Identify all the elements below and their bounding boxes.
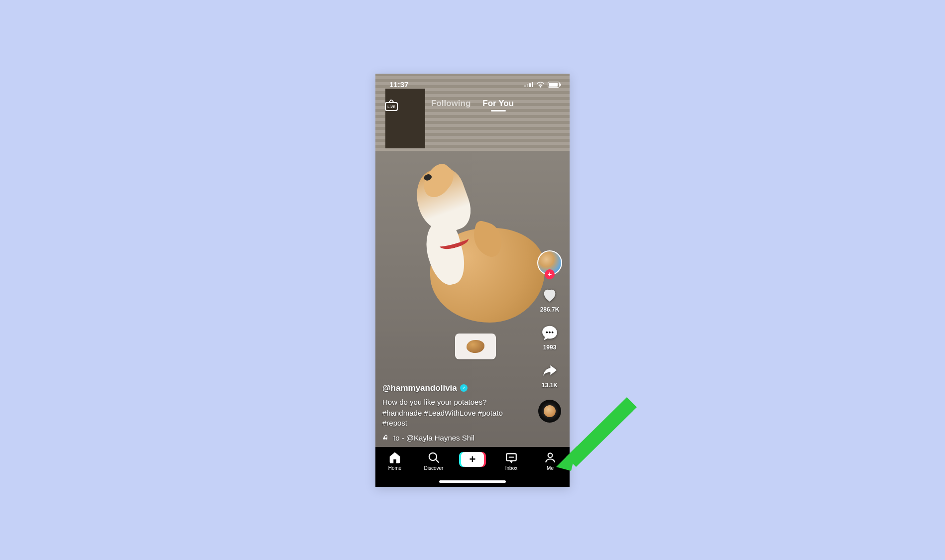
tab-inbox-label: Inbox bbox=[505, 465, 517, 471]
action-rail: + 286.7K 1993 13.1K bbox=[535, 250, 565, 423]
cellular-icon bbox=[524, 82, 533, 87]
tab-inbox[interactable]: Inbox bbox=[495, 451, 527, 471]
comment-button[interactable]: 1993 bbox=[541, 324, 559, 351]
tab-home[interactable]: Home bbox=[379, 451, 411, 471]
share-button[interactable]: 13.1K bbox=[541, 362, 559, 389]
status-bar: 11:37 bbox=[375, 74, 570, 96]
status-time: 11:37 bbox=[389, 80, 408, 89]
comment-icon bbox=[541, 324, 559, 342]
inbox-icon bbox=[504, 451, 518, 464]
tab-discover[interactable]: Discover bbox=[418, 451, 450, 471]
comment-count: 1993 bbox=[543, 344, 557, 351]
like-count: 286.7K bbox=[540, 306, 560, 313]
profile-icon bbox=[543, 451, 557, 464]
svg-point-2 bbox=[549, 331, 551, 333]
tab-me-label: Me bbox=[547, 465, 554, 471]
create-button[interactable]: + bbox=[461, 452, 484, 467]
like-button[interactable]: 286.7K bbox=[540, 286, 560, 313]
username: @hammyandolivia bbox=[382, 383, 457, 393]
svg-point-8 bbox=[548, 453, 553, 457]
hashtags-line2[interactable]: #repost bbox=[382, 418, 525, 428]
heart-icon bbox=[541, 286, 559, 304]
sound-title: to - @Kayla Haynes Shil bbox=[393, 434, 474, 442]
phone-frame: 11:37 LIVE Following For You + 286.7K bbox=[375, 74, 570, 487]
username-row[interactable]: @hammyandolivia bbox=[382, 383, 525, 393]
svg-point-3 bbox=[552, 331, 554, 333]
tab-following[interactable]: Following bbox=[431, 99, 471, 112]
creator-avatar[interactable]: + bbox=[537, 250, 562, 275]
video-meta: @hammyandolivia How do you like your pot… bbox=[382, 383, 525, 442]
svg-point-1 bbox=[546, 331, 548, 333]
bottom-tab-bar: Home Discover + Inbox Me bbox=[375, 447, 570, 487]
plus-icon: + bbox=[470, 454, 476, 465]
top-nav: LIVE Following For You bbox=[375, 99, 570, 112]
tab-discover-label: Discover bbox=[424, 465, 444, 471]
tab-for-you[interactable]: For You bbox=[482, 99, 514, 112]
hashtags-line[interactable]: #handmade #LeadWithLove #potato bbox=[382, 408, 525, 418]
follow-plus-icon[interactable]: + bbox=[545, 269, 555, 279]
tab-home-label: Home bbox=[388, 465, 402, 471]
tab-create[interactable]: + bbox=[457, 451, 488, 467]
wifi-icon bbox=[536, 82, 545, 88]
share-count: 13.1K bbox=[542, 382, 558, 389]
share-icon bbox=[541, 362, 559, 380]
music-note-icon bbox=[382, 434, 389, 442]
battery-icon bbox=[548, 82, 560, 88]
sound-row[interactable]: to - @Kayla Haynes Shil bbox=[382, 434, 525, 442]
tab-for-you-label: For You bbox=[482, 99, 514, 108]
live-button[interactable]: LIVE bbox=[384, 99, 398, 112]
video-subject-dog bbox=[400, 163, 550, 333]
caption-text: How do you like your potatoes? bbox=[382, 397, 525, 407]
home-icon bbox=[388, 451, 402, 464]
svg-marker-10 bbox=[566, 397, 637, 467]
video-sticker-potato bbox=[455, 334, 496, 359]
tab-me[interactable]: Me bbox=[534, 451, 566, 471]
tab-following-label: Following bbox=[431, 99, 471, 108]
sound-disc[interactable] bbox=[538, 400, 561, 423]
svg-line-5 bbox=[436, 459, 438, 462]
svg-text:LIVE: LIVE bbox=[387, 105, 395, 109]
search-icon bbox=[427, 451, 441, 464]
home-indicator bbox=[439, 480, 506, 483]
verified-badge-icon bbox=[460, 384, 468, 392]
